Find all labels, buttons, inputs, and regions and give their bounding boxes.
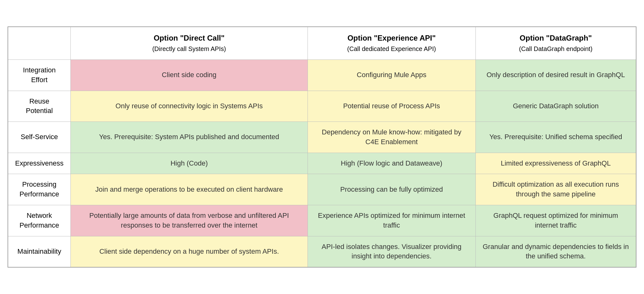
row-label-0: Integration Effort bbox=[8, 59, 71, 91]
table-row: Reuse PotentialOnly reuse of connectivit… bbox=[8, 91, 636, 122]
table-row: Processing PerformanceJoin and merge ope… bbox=[8, 174, 636, 205]
table-row: Self-ServiceYes. Prerequisite: System AP… bbox=[8, 122, 636, 153]
cell-2-0: Yes. Prerequisite: System APIs published… bbox=[71, 122, 308, 153]
header-empty bbox=[8, 27, 71, 60]
cell-3-1: High (Flow logic and Dataweave) bbox=[308, 153, 475, 174]
cell-0-0: Client side coding bbox=[71, 59, 308, 91]
header-datagraph-sub: (Call DataGraph endpoint) bbox=[519, 45, 592, 52]
cell-1-1: Potential reuse of Process APIs bbox=[308, 91, 475, 122]
table-row: MaintainabilityClient side dependency on… bbox=[8, 236, 636, 267]
cell-3-2: Limited expressiveness of GraphQL bbox=[475, 153, 636, 174]
header-datagraph: Option "DataGraph" (Call DataGraph endpo… bbox=[475, 27, 636, 60]
table-row: ExpressivenessHigh (Code)High (Flow logi… bbox=[8, 153, 636, 174]
cell-5-0: Potentially large amounts of data from v… bbox=[71, 205, 308, 236]
table-row: Network PerformancePotentially large amo… bbox=[8, 205, 636, 236]
cell-3-0: High (Code) bbox=[71, 153, 308, 174]
cell-1-0: Only reuse of connectivity logic in Syst… bbox=[71, 91, 308, 122]
row-label-5: Network Performance bbox=[8, 205, 71, 236]
header-direct-call: Option "Direct Call" (Directly call Syst… bbox=[71, 27, 308, 60]
cell-4-2: Difficult optimization as all execution … bbox=[475, 174, 636, 205]
cell-4-0: Join and merge operations to be executed… bbox=[71, 174, 308, 205]
header-direct-call-sub: (Directly call System APIs) bbox=[152, 45, 226, 52]
row-label-3: Expressiveness bbox=[8, 153, 71, 174]
header-experience-api-sub: (Call dedicated Experience API) bbox=[347, 45, 436, 52]
cell-2-2: Yes. Prerequisite: Unified schema specif… bbox=[475, 122, 636, 153]
cell-5-2: GraphQL request optimized for minimum in… bbox=[475, 205, 636, 236]
cell-0-1: Configuring Mule Apps bbox=[308, 59, 475, 91]
cell-1-2: Generic DataGraph solution bbox=[475, 91, 636, 122]
cell-6-0: Client side dependency on a huge number … bbox=[71, 236, 308, 267]
cell-6-1: API-led isolates changes. Visualizer pro… bbox=[308, 236, 475, 267]
header-experience-api: Option "Experience API" (Call dedicated … bbox=[308, 27, 475, 60]
cell-4-1: Processing can be fully optimized bbox=[308, 174, 475, 205]
header-direct-call-title: Option "Direct Call" bbox=[154, 34, 225, 42]
cell-5-1: Experience APIs optimized for minimum in… bbox=[308, 205, 475, 236]
comparison-table-wrapper: Option "Direct Call" (Directly call Syst… bbox=[8, 26, 636, 268]
header-datagraph-title: Option "DataGraph" bbox=[520, 34, 592, 42]
row-label-1: Reuse Potential bbox=[8, 91, 71, 122]
table-row: Integration EffortClient side codingConf… bbox=[8, 59, 636, 91]
comparison-table: Option "Direct Call" (Directly call Syst… bbox=[8, 26, 636, 268]
header-experience-api-title: Option "Experience API" bbox=[347, 34, 436, 42]
row-label-6: Maintainability bbox=[8, 236, 71, 267]
cell-2-1: Dependency on Mule know-how: mitigated b… bbox=[308, 122, 475, 153]
row-label-2: Self-Service bbox=[8, 122, 71, 153]
row-label-4: Processing Performance bbox=[8, 174, 71, 205]
cell-0-2: Only description of desired result in Gr… bbox=[475, 59, 636, 91]
cell-6-2: Granular and dynamic dependencies to fie… bbox=[475, 236, 636, 267]
